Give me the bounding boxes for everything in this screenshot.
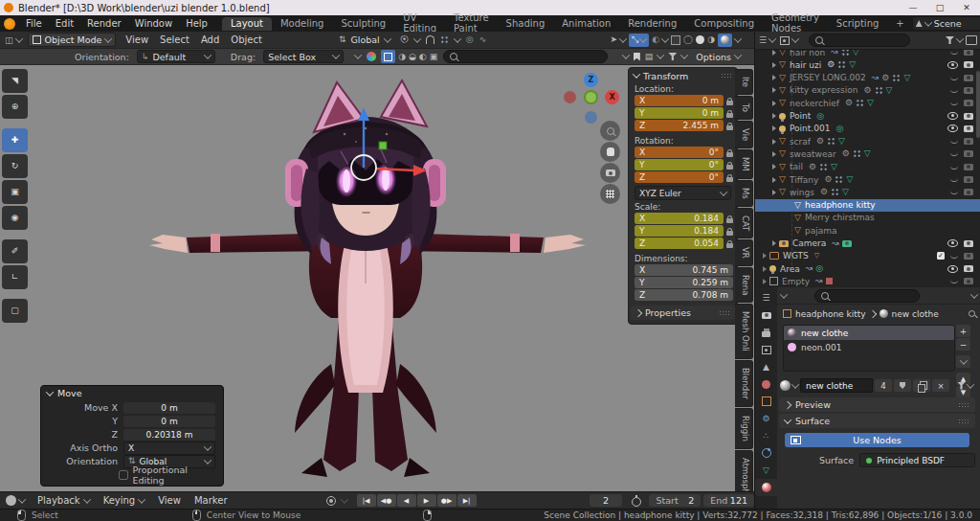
eye-open-icon[interactable] <box>947 125 958 132</box>
mode-extend-icon[interactable]: ◑ <box>398 53 406 61</box>
properties-tab-render[interactable] <box>755 306 777 324</box>
sidebar-tab-ms[interactable]: Ms <box>735 180 753 207</box>
move-gizmo[interactable] <box>316 103 450 228</box>
properties-tab-material[interactable] <box>755 479 777 496</box>
expand-arrow-icon[interactable] <box>772 50 776 56</box>
sidebar-tab-mesh-onli[interactable]: Mesh Onli <box>735 304 753 359</box>
properties-tab-editor-type[interactable]: ☰ <box>755 289 777 306</box>
add-slot-button[interactable]: + <box>956 325 970 337</box>
breadcrumb-material[interactable]: new clothe <box>892 309 939 319</box>
expand-arrow-icon[interactable] <box>772 113 776 119</box>
tool-rotate-button[interactable]: ↻ <box>2 154 28 178</box>
properties-tab-object-data[interactable]: ▽ <box>755 462 777 479</box>
ortho-toggle-button[interactable] <box>600 184 620 204</box>
tool-move-button[interactable]: ✚ <box>2 128 28 152</box>
lock-icon[interactable] <box>726 113 733 118</box>
show-gizmo-toggle[interactable]: ⤡ <box>629 34 649 47</box>
next-keyframe-button[interactable]: ●▶ <box>437 494 457 507</box>
eye-open-icon[interactable] <box>947 239 958 247</box>
sidebar-tab-ite[interactable]: Ite <box>735 69 753 95</box>
outliner-item-neckerchief[interactable]: ▽neckerchief⚙▽ <box>755 97 980 109</box>
transform-field-z[interactable]: Z0.708 m <box>635 289 733 301</box>
expand-arrow-icon[interactable] <box>772 190 776 195</box>
orientation-dropdown[interactable]: ↳Default <box>137 50 215 63</box>
sidebar-tab-vie[interactable]: Vie <box>735 121 753 148</box>
scope-chevron-icon[interactable] <box>791 34 799 42</box>
workspace-tab-modeling[interactable]: Modeling <box>272 17 333 31</box>
copy-material-button[interactable] <box>913 379 930 392</box>
tool-extra-chevron-icon[interactable] <box>354 51 362 58</box>
surface-shader-dropdown[interactable]: Principled BSDF <box>859 453 975 467</box>
expand-arrow-icon[interactable] <box>772 62 776 68</box>
remove-slot-button[interactable]: − <box>956 338 970 351</box>
workspace-tab-scripting[interactable]: Scripting <box>828 17 887 31</box>
render-visibility-icon[interactable] <box>964 189 973 195</box>
pivot-point-icon[interactable]: ⦿ <box>400 35 409 44</box>
workspace-tab-sculpting[interactable]: Sculpting <box>332 17 394 31</box>
timeline-menu-marker[interactable]: Marker <box>188 495 234 506</box>
expand-arrow-icon[interactable] <box>763 266 767 272</box>
outliner-item-sweatwear[interactable]: ▽sweatwear⚙▽ <box>755 147 980 160</box>
frame-end-field[interactable]: End121 <box>703 494 754 507</box>
menu-edit[interactable]: Edit <box>49 18 80 29</box>
outliner-item-pajama[interactable]: ▽pajama <box>755 224 980 237</box>
viewport-menu-view[interactable]: View <box>120 34 154 45</box>
slot-specials-button[interactable] <box>956 355 970 368</box>
expand-arrow-icon[interactable] <box>763 253 767 259</box>
gradient-sphere-icon[interactable] <box>367 52 376 61</box>
outliner-filter-icon[interactable] <box>946 36 954 44</box>
workspace-tab-shading[interactable]: Shading <box>498 17 554 31</box>
unlink-material-button[interactable]: × <box>932 379 949 392</box>
mode-set-button[interactable] <box>381 50 395 63</box>
outliner-item-point[interactable]: Point◎ <box>755 110 980 123</box>
render-visibility-icon[interactable] <box>964 61 973 68</box>
properties-tab-output[interactable] <box>755 324 777 341</box>
fake-user-button[interactable] <box>894 379 911 392</box>
tool-annotate-button[interactable]: ✐ <box>2 239 28 263</box>
properties-tab-scene[interactable]: ▲ <box>755 358 777 375</box>
outliner-item-hair-non[interactable]: ▽hair non↝▽ <box>755 50 980 58</box>
lock-icon[interactable] <box>726 218 733 223</box>
shading-chevron-icon[interactable] <box>734 34 742 42</box>
sidebar-tab-riggin[interactable]: Riggin <box>735 408 753 449</box>
shading-rendered-toggle[interactable] <box>718 34 732 47</box>
eye-closed-icon[interactable] <box>950 254 958 259</box>
outliner-item-area[interactable]: Area↝◎ <box>755 262 980 275</box>
transform-field-y[interactable]: Y0 m <box>635 107 724 119</box>
properties-tab-particles[interactable]: ∴ <box>755 427 777 444</box>
sidebar-tab-to[interactable]: To <box>735 96 753 120</box>
sidebar-tab-mm[interactable]: MM <box>735 149 753 179</box>
pan-button[interactable] <box>600 142 620 162</box>
render-visibility-icon[interactable] <box>964 138 973 145</box>
render-visibility-icon[interactable] <box>964 87 973 94</box>
blender-icon[interactable] <box>4 18 15 30</box>
timeline-editor-icon[interactable] <box>6 495 16 506</box>
transform-field-x[interactable]: X0° <box>635 147 724 158</box>
outliner-item-empty[interactable]: Empty↝ <box>755 275 980 287</box>
filter-chevron-icon[interactable] <box>967 380 974 388</box>
properties-tab-modifiers[interactable]: ⚙ <box>755 410 777 427</box>
eye-open-icon[interactable] <box>947 265 958 273</box>
transform-field-z[interactable]: Z0.054 <box>635 238 724 249</box>
outliner-item-kitty-expression[interactable]: ▽kitty expression⚙▽ <box>755 84 980 97</box>
editor-type-chevron-icon[interactable] <box>14 34 22 42</box>
eye-closed-icon[interactable] <box>950 101 958 105</box>
properties-tab-object[interactable] <box>755 393 777 410</box>
move-row-value[interactable]: 0 m <box>123 416 215 427</box>
eye-closed-icon[interactable] <box>950 50 958 55</box>
menu-help[interactable]: Help <box>179 18 214 29</box>
editor-type-icon[interactable]: ◫ <box>5 35 13 45</box>
zoom-button[interactable] <box>600 121 620 141</box>
axis-ortho-dropdown[interactable]: X <box>123 442 215 455</box>
panel-grip[interactable] <box>721 73 732 79</box>
workspace-tab--[interactable]: + <box>887 17 912 31</box>
move-row-value[interactable]: 0 m <box>123 402 215 414</box>
mode-invert-icon[interactable]: ◐ <box>419 53 427 61</box>
outliner-item-wgts[interactable]: WGTS▽✓ <box>755 250 980 262</box>
mode-intersect-icon[interactable]: ▣ <box>430 53 438 61</box>
lock-icon[interactable] <box>726 152 733 157</box>
workspace-tab-animation[interactable]: Animation <box>553 17 619 31</box>
eye-closed-icon[interactable] <box>950 88 958 93</box>
expand-arrow-icon[interactable] <box>772 139 776 145</box>
expand-arrow-icon[interactable] <box>772 75 776 80</box>
